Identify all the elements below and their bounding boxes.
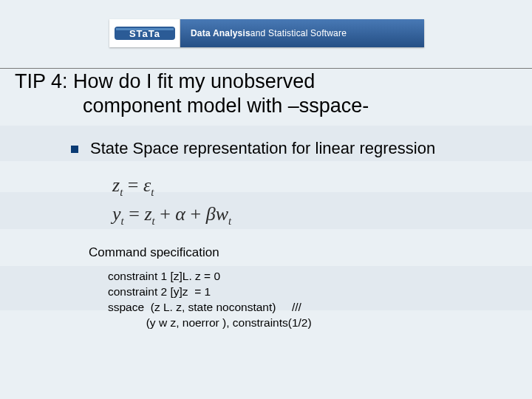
bullet-text: State Space representation for linear re…	[90, 139, 435, 158]
equation-2: yt = zt + α + βwt	[112, 203, 502, 228]
equation-block: zt = εt yt = zt + α + βwt	[112, 174, 502, 228]
title-line-1: TIP 4: How do I fit my unobserved	[15, 69, 510, 94]
equation-1: zt = εt	[112, 174, 502, 199]
title-divider	[0, 68, 532, 69]
tagline-rest: and Statistical Software	[250, 28, 347, 38]
slide-title: TIP 4: How do I fit my unobserved compon…	[15, 69, 510, 118]
stata-logo: STaTa	[109, 19, 180, 47]
brand-banner: STaTa Data Analysis and Statistical Soft…	[109, 19, 424, 47]
code-block: constraint 1 [z]L. z = 0 constraint 2 [y…	[108, 269, 502, 331]
banner-tagline: Data Analysis and Statistical Software	[180, 19, 424, 47]
title-line-2: component model with –sspace-	[15, 94, 510, 118]
command-spec-heading: Command specification	[89, 245, 502, 260]
tagline-strong: Data Analysis	[191, 28, 250, 38]
code-line-4: (y w z, noerror ), constraints(1/2)	[108, 316, 312, 329]
code-line-2: constraint 2 [y]z = 1	[108, 285, 211, 298]
bullet-item: State Space representation for linear re…	[71, 139, 502, 158]
svg-rect-2	[116, 28, 174, 30]
code-line-1: constraint 1 [z]L. z = 0	[108, 270, 220, 282]
square-bullet-icon	[71, 146, 78, 153]
code-line-3: sspace (z L. z, state noconstant) ///	[108, 301, 301, 313]
